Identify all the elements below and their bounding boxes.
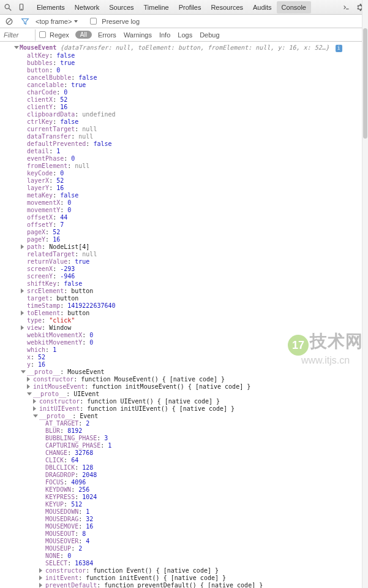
- constant-row: BUBBLING_PHASE: 3: [2, 435, 368, 442]
- method-row[interactable]: constructor: function MouseEvent() { [na…: [2, 376, 368, 383]
- property-row: movementX: 0: [2, 199, 368, 207]
- level-errors[interactable]: Errors: [94, 31, 120, 39]
- method-row[interactable]: constructor: function Event() { [native …: [2, 567, 368, 575]
- constant-row: MOUSEMOVE: 16: [2, 523, 368, 530]
- preserve-log-checkbox[interactable]: [90, 18, 97, 25]
- property-row[interactable]: path: NodeList[4]: [2, 243, 368, 251]
- property-row[interactable]: srcElement: button: [2, 288, 368, 295]
- constant-row: MOUSEDOWN: 1: [2, 508, 368, 516]
- property-row: screenY: -946: [2, 273, 368, 280]
- constant-row: MOUSEOVER: 4: [2, 538, 368, 545]
- constant-row: BLUR: 8192: [2, 427, 368, 435]
- property-row: layerX: 52: [2, 177, 368, 185]
- property-row: layerY: 16: [2, 185, 368, 192]
- property-row: screenX: -293: [2, 265, 368, 273]
- tab-elements[interactable]: Elements: [32, 1, 70, 13]
- constant-row: DBLCLICK: 128: [2, 464, 368, 472]
- property-row: clientX: 52: [2, 96, 368, 104]
- disclosure-triangle-icon: [27, 377, 30, 382]
- disclosure-triangle-icon: [33, 407, 36, 411]
- console-subbar: <top frame> Preserve log: [0, 15, 368, 28]
- property-row: clientY: 16: [2, 104, 368, 111]
- property-row: eventPhase: 0: [2, 155, 368, 162]
- clear-console-icon[interactable]: [4, 16, 15, 27]
- property-row[interactable]: toElement: button: [2, 310, 368, 317]
- tab-audits[interactable]: Audits: [248, 1, 277, 13]
- constant-row: CLICK: 64: [2, 457, 368, 464]
- regex-label: Regex: [46, 31, 73, 39]
- property-row: currentTarget: null: [2, 126, 368, 133]
- property-row: cancelable: true: [2, 82, 368, 89]
- method-row[interactable]: initUIEvent: function initUIEvent() { [n…: [2, 405, 368, 413]
- main-toolbar: ElementsNetworkSourcesTimelineProfilesRe…: [0, 0, 368, 15]
- tab-sources[interactable]: Sources: [104, 1, 138, 13]
- console-output: 17技术网 www.itjs.cn MouseEvent {dataTransf…: [0, 42, 368, 588]
- console-toggle-icon[interactable]: [341, 2, 352, 13]
- property-row: detail: 1: [2, 148, 368, 155]
- constant-row: DRAGDROP: 2048: [2, 472, 368, 479]
- level-logs[interactable]: Logs: [174, 31, 196, 39]
- disclosure-triangle-icon: [27, 384, 30, 389]
- property-row: type: "click": [2, 317, 368, 324]
- tab-profiles[interactable]: Profiles: [174, 1, 206, 13]
- constant-row: KEYPRESS: 1024: [2, 494, 368, 501]
- constant-row: CHANGE: 32768: [2, 449, 368, 457]
- property-row: returnValue: true: [2, 258, 368, 265]
- property-row: pageY: 16: [2, 236, 368, 243]
- filter-icon[interactable]: [20, 16, 31, 27]
- disclosure-triangle-icon: [21, 326, 24, 330]
- level-warnings[interactable]: Warnings: [120, 31, 156, 39]
- property-row: x: 52: [2, 354, 368, 361]
- filter-input[interactable]: [0, 29, 36, 40]
- property-row: defaultPrevented: false: [2, 140, 368, 148]
- regex-checkbox[interactable]: [39, 31, 46, 38]
- proto-row[interactable]: __proto__: Event: [2, 413, 368, 420]
- disclosure-triangle-icon: [14, 46, 19, 49]
- property-row: dataTransfer: null: [2, 133, 368, 140]
- property-row: button: 0: [2, 67, 368, 74]
- device-icon[interactable]: [16, 2, 27, 13]
- method-row[interactable]: constructor: function UIEvent() { [nativ…: [2, 398, 368, 405]
- object-header[interactable]: MouseEvent {dataTransfer: null, toElemen…: [2, 44, 368, 52]
- property-row: metaKey: false: [2, 192, 368, 199]
- tab-timeline[interactable]: Timeline: [139, 1, 174, 13]
- frame-selector[interactable]: <top frame>: [36, 18, 78, 25]
- property-row: pageX: 52: [2, 229, 368, 236]
- property-row: relatedTarget: null: [2, 251, 368, 258]
- property-row: fromElement: null: [2, 162, 368, 170]
- method-row[interactable]: initEvent: function initEvent() { [nativ…: [2, 575, 368, 582]
- level-debug[interactable]: Debug: [196, 31, 223, 39]
- filter-bar: Regex All ErrorsWarningsInfoLogsDebug: [0, 28, 368, 42]
- tab-resources[interactable]: Resources: [206, 1, 248, 13]
- preserve-log-label: Preserve log: [102, 18, 140, 25]
- disclosure-triangle-icon: [39, 576, 42, 581]
- method-row[interactable]: initMouseEvent: function initMouseEvent(…: [2, 383, 368, 391]
- property-row: timeStamp: 1419222637640: [2, 302, 368, 310]
- proto-row[interactable]: __proto__: MouseEvent: [2, 368, 368, 376]
- constant-row: NONE: 0: [2, 552, 368, 560]
- constant-row: KEYUP: 512: [2, 501, 368, 508]
- property-row: charCode: 0: [2, 89, 368, 96]
- proto-row[interactable]: __proto__: UIEvent: [2, 391, 368, 398]
- method-row[interactable]: preventDefault: function preventDefault(…: [2, 582, 368, 588]
- property-row: altKey: false: [2, 52, 368, 59]
- property-row: ctrlKey: false: [2, 118, 368, 126]
- level-all[interactable]: All: [75, 31, 92, 39]
- level-info[interactable]: Info: [156, 31, 174, 39]
- property-row: shiftKey: false: [2, 280, 368, 288]
- disclosure-triangle-icon: [21, 370, 26, 373]
- property-row: y: 16: [2, 361, 368, 368]
- property-row: clipboardData: undefined: [2, 111, 368, 118]
- property-row: target: button: [2, 295, 368, 302]
- tab-console[interactable]: Console: [277, 1, 311, 13]
- vertical-scrollbar[interactable]: [362, 0, 368, 588]
- svg-point-0: [5, 4, 9, 9]
- search-icon[interactable]: [2, 2, 13, 13]
- disclosure-triangle-icon: [21, 311, 24, 316]
- disclosure-triangle-icon: [33, 414, 38, 418]
- property-row: bubbles: true: [2, 59, 368, 67]
- tab-network[interactable]: Network: [70, 1, 104, 13]
- scrollbar-thumb[interactable]: [363, 28, 367, 139]
- svg-line-1: [9, 8, 12, 10]
- property-row[interactable]: view: Window: [2, 324, 368, 332]
